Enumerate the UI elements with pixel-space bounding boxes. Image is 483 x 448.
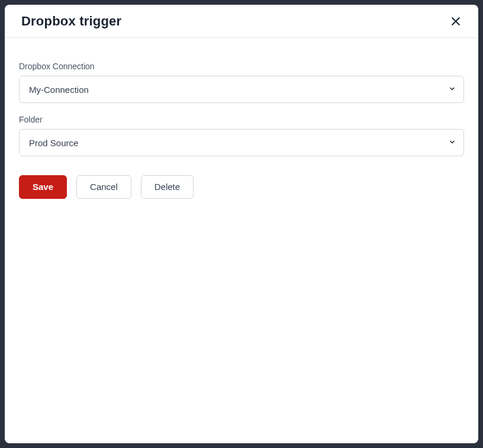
action-buttons: Save Cancel Delete — [19, 175, 464, 199]
modal-dropbox-trigger: Dropbox trigger Dropbox Connection My-Co… — [5, 5, 478, 443]
form-group-folder: Folder Prod Source — [19, 115, 464, 156]
folder-select[interactable]: Prod Source — [19, 129, 464, 156]
connection-select[interactable]: My-Connection — [19, 76, 464, 103]
close-icon — [450, 15, 462, 27]
cancel-button[interactable]: Cancel — [76, 175, 131, 199]
modal-header: Dropbox trigger — [5, 5, 478, 38]
save-button[interactable]: Save — [19, 175, 67, 199]
folder-select-wrapper: Prod Source — [19, 129, 464, 156]
delete-button[interactable]: Delete — [141, 175, 194, 199]
connection-select-wrapper: My-Connection — [19, 76, 464, 103]
close-button[interactable] — [450, 15, 462, 27]
connection-label: Dropbox Connection — [19, 62, 464, 71]
form-group-connection: Dropbox Connection My-Connection — [19, 62, 464, 103]
modal-body: Dropbox Connection My-Connection Folder … — [5, 38, 478, 443]
modal-title: Dropbox trigger — [21, 14, 121, 29]
folder-label: Folder — [19, 115, 464, 124]
